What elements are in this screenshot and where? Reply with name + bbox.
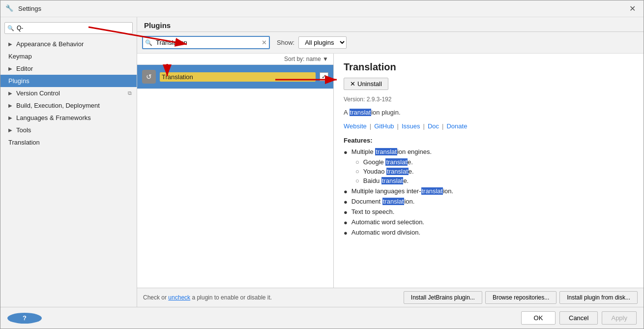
install-jetbrains-button[interactable]: Install JetBrains plugin... — [404, 291, 482, 304]
sidebar-item-version-control[interactable]: ▶ Version Control ⧉ — [0, 87, 137, 99]
bullet-dot: ● — [344, 209, 348, 216]
feature-multilang: ● Multiple languages inter-translation. — [344, 187, 634, 195]
panel-header: Plugins — [137, 17, 644, 32]
highlight-translat: translat — [386, 168, 409, 175]
feature-word-div: ● Automatic word division. — [344, 229, 634, 237]
close-button[interactable]: ✕ — [626, 4, 639, 14]
plugin-checkbox[interactable]: ✓ — [320, 72, 328, 81]
sidebar-item-appearance[interactable]: ▶ Appearance & Behavior — [0, 38, 137, 50]
sep-4: | — [442, 122, 443, 130]
chevron-icon: ▶ — [8, 90, 12, 96]
checkmark-icon: ✓ — [322, 73, 326, 80]
plugin-list-items: ↺ Translation ✓ — [137, 65, 333, 288]
highlight-translat: translat — [385, 158, 408, 166]
browse-repos-button[interactable]: Browse repositories... — [485, 291, 556, 304]
sub-features-engines: ○ Google translate. ○ Youdao translate. … — [355, 158, 634, 184]
feature-word-sel: ● Automatic word selection. — [344, 218, 634, 226]
show-label: Show: — [277, 39, 294, 46]
sidebar-item-label: Editor — [16, 65, 33, 72]
right-panel: Plugins 🔍 ✕ Show: All plugins Installed … — [137, 17, 644, 307]
sidebar-item-plugins[interactable]: Plugins — [0, 75, 137, 87]
sidebar-item-label: Keymap — [8, 53, 32, 60]
features-title: Features: — [344, 137, 634, 144]
donate-link[interactable]: Donate — [446, 122, 467, 130]
ok-button[interactable]: OK — [521, 311, 556, 325]
uncheck-link[interactable]: uncheck — [168, 294, 190, 301]
doc-link[interactable]: Doc — [428, 122, 439, 130]
feature-tts: ● Text to speech. — [344, 208, 634, 216]
sub-feature-text: Baidu translate. — [363, 177, 409, 184]
sidebar-item-tools[interactable]: ▶ Tools — [0, 124, 137, 136]
title-bar: 🔧 Settings ✕ — [0, 0, 644, 17]
sep-1: | — [370, 122, 371, 130]
sort-bar: Sort by: name ▼ — [137, 54, 333, 65]
clear-search-button[interactable]: ✕ — [262, 39, 267, 46]
x-icon: ✕ — [350, 80, 355, 88]
copy-icon: ⧉ — [128, 90, 132, 96]
sidebar-item-languages[interactable]: ▶ Languages & Frameworks — [0, 112, 137, 124]
sub-feature-youdao: ○ Youdao translate. — [355, 168, 634, 175]
bullet-dot: ● — [344, 149, 348, 156]
sub-dot: ○ — [355, 158, 359, 166]
apply-button[interactable]: Apply — [602, 311, 637, 325]
search-icon: 🔍 — [145, 39, 152, 46]
sidebar-item-label: Plugins — [8, 77, 29, 85]
install-disk-button[interactable]: Install plugin from disk... — [559, 291, 638, 304]
feature-text: Text to speech. — [351, 208, 394, 215]
uninstall-button[interactable]: ✕ Uninstall — [344, 78, 388, 90]
sep-2: | — [397, 122, 399, 130]
chevron-icon: ▶ — [8, 66, 12, 71]
plugin-links: Website | GitHub | Issues | Doc | Donate — [344, 122, 634, 130]
feature-text: Automatic word selection. — [351, 218, 424, 226]
sidebar-item-editor[interactable]: ▶ Editor — [0, 62, 137, 75]
sep-3: | — [423, 122, 425, 130]
sidebar-search-input[interactable] — [4, 22, 133, 34]
app-icon: 🔧 — [5, 4, 14, 13]
sidebar: 🔍 ▶ Appearance & Behavior Keymap ▶ Edito… — [0, 17, 137, 307]
plugin-description: A translation plugin. — [344, 108, 634, 118]
window-title: Settings — [18, 5, 41, 12]
feature-text: Document translation. — [351, 198, 414, 205]
sidebar-item-keymap[interactable]: Keymap — [0, 50, 137, 62]
plugin-list: Sort by: name ▼ ↺ Translation ✓ — [137, 54, 334, 288]
sub-feature-text: Google translate. — [363, 158, 413, 166]
plugins-body: Sort by: name ▼ ↺ Translation ✓ — [137, 54, 644, 288]
website-link[interactable]: Website — [344, 122, 367, 130]
issues-link[interactable]: Issues — [402, 122, 420, 130]
sub-dot: ○ — [355, 168, 359, 175]
search-icon: 🔍 — [7, 25, 14, 31]
plugin-search-box: 🔍 ✕ — [142, 36, 270, 49]
bottom-bar: Check or uncheck a plugin to enable or d… — [137, 288, 644, 307]
show-dropdown[interactable]: All plugins Installed Updates — [298, 36, 347, 49]
highlight-translat: translat — [381, 177, 404, 184]
sidebar-item-label: Version Control — [16, 90, 60, 97]
sub-feature-baidu: ○ Baidu translate. — [355, 177, 634, 184]
plugins-toolbar: 🔍 ✕ Show: All plugins Installed Updates — [137, 32, 644, 54]
footer: ? OK Cancel Apply — [0, 307, 644, 329]
plugin-icon: ↺ — [142, 70, 156, 84]
help-button[interactable]: ? — [7, 313, 42, 324]
sidebar-item-label: Build, Execution, Deployment — [16, 102, 100, 109]
plugin-detail-panel: Translation ✕ Uninstall Version: 2.9.3-1… — [334, 54, 644, 288]
sidebar-item-build[interactable]: ▶ Build, Execution, Deployment — [0, 99, 137, 112]
plugin-name-label: Translation — [160, 72, 316, 82]
plugin-search-input[interactable] — [142, 36, 270, 49]
bottom-note: Check or uncheck a plugin to enable or d… — [143, 294, 402, 301]
chevron-icon: ▶ — [8, 103, 12, 108]
sidebar-item-label: Tools — [16, 126, 31, 134]
plugin-item-translation[interactable]: ↺ Translation ✓ — [137, 65, 333, 89]
version-text: Version: 2.9.3-192 — [344, 96, 634, 103]
sidebar-item-translation[interactable]: Translation — [0, 136, 137, 149]
github-link[interactable]: GitHub — [374, 122, 394, 130]
highlight-translat: translat — [421, 187, 443, 195]
highlight-translat: translat — [375, 148, 397, 155]
sidebar-item-label: Translation — [8, 139, 40, 146]
uninstall-label: Uninstall — [357, 80, 382, 88]
plugin-detail-title: Translation — [344, 61, 634, 73]
sub-feature-text: Youdao translate. — [363, 168, 414, 175]
feature-text: Multiple languages inter-translation. — [351, 187, 453, 195]
cancel-button[interactable]: Cancel — [559, 311, 598, 325]
sub-feature-google: ○ Google translate. — [355, 158, 634, 166]
sidebar-item-label: Languages & Frameworks — [16, 114, 91, 121]
sort-arrow: ▼ — [322, 56, 328, 62]
